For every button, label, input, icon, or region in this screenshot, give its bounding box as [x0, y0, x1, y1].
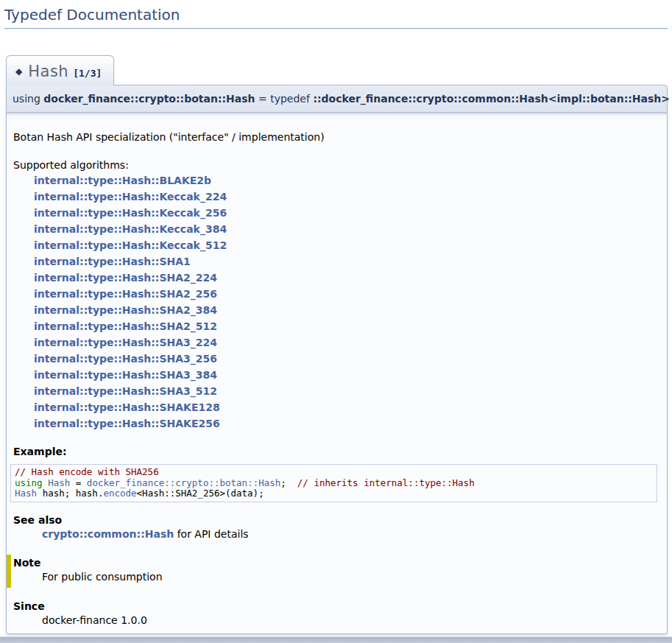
member-description: Botan Hash API specialization ("interfac…: [13, 131, 660, 143]
since-body: docker-finance 1.0.0: [42, 614, 660, 626]
algorithm-list: internal::type::Hash::BLAKE2binternal::t…: [34, 172, 660, 432]
see-also-suffix: for API details: [174, 528, 248, 540]
note-body: For public consumption: [42, 571, 660, 583]
algorithm-link[interactable]: internal::type::Hash::SHA2_256: [34, 286, 660, 302]
algorithms-label: Supported algorithms:: [13, 159, 660, 171]
code-symbol-link[interactable]: docker_finance::crypto::botan::Hash: [87, 477, 280, 488]
code-fragment: // Hash encode with SHA256using Hash = d…: [10, 464, 657, 502]
algorithm-link[interactable]: internal::type::Hash::SHA3_512: [34, 383, 660, 399]
member-doc: Botan Hash API specialization ("interfac…: [6, 113, 668, 634]
proto-target-type: ::docker_finance::crypto::common::Hash<i…: [313, 93, 670, 105]
algorithm-link[interactable]: internal::type::Hash::Keccak_256: [34, 205, 660, 221]
see-also-section: See also crypto::common::Hash for API de…: [13, 514, 660, 540]
proto-typedef-name: docker_finance::crypto::botan::Hash: [43, 93, 255, 105]
member-item: using docker_finance::crypto::botan::Has…: [6, 85, 668, 634]
algorithm-link[interactable]: internal::type::Hash::SHA2_224: [34, 270, 660, 286]
algorithm-link[interactable]: internal::type::Hash::Keccak_512: [34, 237, 660, 253]
example-label: Example:: [13, 446, 660, 457]
algorithm-link[interactable]: internal::type::Hash::SHAKE128: [34, 399, 660, 415]
member-prototype: using docker_finance::crypto::botan::Has…: [6, 85, 668, 113]
section-title: Typedef Documentation: [4, 4, 668, 29]
algorithm-link[interactable]: internal::type::Hash::Keccak_384: [34, 221, 660, 237]
note-heading: Note: [13, 557, 660, 569]
permalink-diamond-icon[interactable]: ◆: [15, 66, 22, 77]
code-line: using Hash = docker_finance::crypto::bot…: [15, 478, 653, 489]
algorithm-link[interactable]: internal::type::Hash::SHA3_384: [34, 367, 660, 383]
next-member-separator: [0, 636, 672, 643]
proto-using-keyword: using: [13, 93, 43, 105]
code-token-plain: ;: [280, 477, 297, 488]
code-token-plain: hash; hash.: [37, 488, 103, 499]
since-heading: Since: [13, 600, 660, 612]
code-token-keyword: using: [15, 477, 43, 488]
see-also-body: crypto::common::Hash for API details: [42, 528, 660, 540]
note-section: Note For public consumption: [7, 555, 660, 588]
algorithm-link[interactable]: internal::type::Hash::BLAKE2b: [34, 172, 660, 189]
code-token-comment: // inherits internal::type::Hash: [297, 477, 475, 488]
algorithm-link[interactable]: internal::type::Hash::SHA3_256: [34, 351, 660, 367]
content-area: Typedef Documentation ◆Hash[1/3] using d…: [0, 4, 672, 634]
code-line: Hash hash; hash.encode<Hash::SHA2_256>(d…: [15, 488, 653, 499]
algorithm-link[interactable]: internal::type::Hash::Keccak_224: [34, 189, 660, 205]
code-symbol-link[interactable]: Hash: [48, 477, 70, 488]
code-token-plain: =: [70, 477, 87, 488]
member-title-tab: ◆Hash[1/3]: [6, 55, 114, 85]
code-line: // Hash encode with SHA256: [15, 467, 653, 478]
see-also-heading: See also: [13, 514, 660, 526]
code-symbol-link[interactable]: Hash: [15, 488, 37, 499]
see-also-link[interactable]: crypto::common::Hash: [42, 528, 174, 540]
member-hash-block: ◆Hash[1/3] using docker_finance::crypto:…: [4, 29, 668, 634]
member-overload-badge: [1/3]: [73, 68, 102, 79]
algorithm-link[interactable]: internal::type::Hash::SHA1: [34, 253, 660, 270]
since-section: Since docker-finance 1.0.0: [13, 600, 660, 626]
proto-equals-typedef: = typedef: [255, 93, 314, 105]
algorithm-link[interactable]: internal::type::Hash::SHA3_224: [34, 334, 660, 351]
algorithm-link[interactable]: internal::type::Hash::SHA2_512: [34, 318, 660, 334]
algorithm-link[interactable]: internal::type::Hash::SHA2_384: [34, 302, 660, 318]
code-symbol-link[interactable]: encode: [103, 488, 136, 499]
member-title: Hash: [28, 63, 68, 80]
code-token-plain: <Hash::SHA2_256>(data);: [137, 488, 264, 499]
algorithm-link[interactable]: internal::type::Hash::SHAKE256: [34, 415, 660, 432]
code-token-comment: // Hash encode with SHA256: [15, 466, 159, 477]
